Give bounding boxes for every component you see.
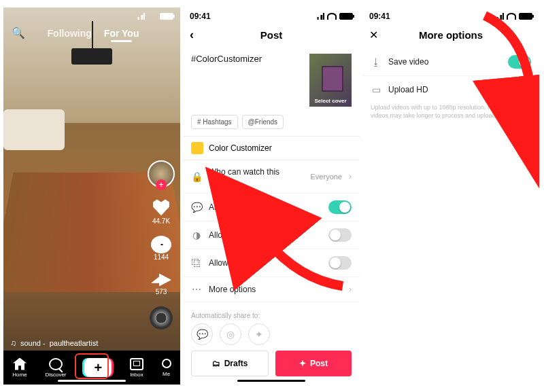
tab-for-you[interactable]: For You xyxy=(104,28,139,39)
heart-icon xyxy=(151,198,171,217)
toggle-upload-hd[interactable] xyxy=(508,83,531,96)
status-bar: 09:41 xyxy=(183,7,360,21)
wifi-icon xyxy=(327,13,337,20)
nav-discover[interactable]: Discover xyxy=(45,358,66,378)
status-bar: 09:41 xyxy=(362,7,539,21)
comment-icon: ··· xyxy=(151,236,171,253)
back-button[interactable]: ‹ xyxy=(190,28,194,42)
row-privacy[interactable]: 🔒 Who can watch this video Everyone › xyxy=(183,160,360,194)
chip-hashtags[interactable]: # Hashtags xyxy=(191,115,238,129)
duet-icon: ◑ xyxy=(191,230,202,240)
lock-icon: 🔒 xyxy=(191,171,202,182)
discover-icon xyxy=(49,358,63,370)
row-allow-duet: ◑ Allow Duet xyxy=(183,221,360,249)
home-indicator xyxy=(58,380,126,382)
post-button[interactable]: ✦Post xyxy=(275,351,352,376)
download-icon: ⭳ xyxy=(371,56,381,67)
row-save-video: ⭳ Save video xyxy=(362,48,539,76)
home-indicator xyxy=(237,380,305,382)
wifi-icon xyxy=(507,13,516,20)
chevron-right-icon: › xyxy=(349,285,352,294)
sound-attribution[interactable]: ♫ sound - paultheatlartist xyxy=(10,338,98,348)
toggle-allow-stitch[interactable] xyxy=(328,256,352,270)
tab-following[interactable]: Following xyxy=(48,28,92,39)
share-instagram[interactable]: ◎ xyxy=(220,323,241,345)
sound-disc[interactable] xyxy=(150,306,173,329)
share-other[interactable]: ✦ xyxy=(248,323,270,345)
sound-author: paultheatlartist xyxy=(50,339,99,347)
caption-input[interactable]: #ColorCustomizer xyxy=(191,54,303,107)
close-button[interactable]: ✕ xyxy=(369,29,378,41)
battery-icon xyxy=(160,13,173,20)
battery-icon xyxy=(519,13,532,20)
chip-friends[interactable]: @Friends xyxy=(242,115,284,129)
toggle-save-video[interactable] xyxy=(508,55,531,69)
page-title: Post xyxy=(260,29,283,41)
nav-create[interactable]: + xyxy=(84,358,112,377)
plus-icon: + xyxy=(84,358,112,377)
battery-icon xyxy=(339,13,353,20)
like-button[interactable]: 44.7K xyxy=(151,198,171,225)
post-screen: 09:41 ‹ Post #ColorCustomizer Select cov… xyxy=(183,7,360,385)
row-more-options[interactable]: ⋯ More options › xyxy=(183,277,360,302)
post-icon: ✦ xyxy=(299,359,306,368)
row-upload-hd: ▭ Upload HD xyxy=(362,76,539,103)
drafts-icon: 🗂 xyxy=(212,359,220,368)
more-options-screen: 09:41 ✕ More options ⭳ Save video ▭ Uplo… xyxy=(362,7,539,385)
more-icon: ⋯ xyxy=(191,284,202,295)
status-time: 09:41 xyxy=(369,12,390,21)
toggle-allow-comments[interactable] xyxy=(328,200,352,214)
profile-icon xyxy=(162,359,171,368)
row-allow-stitch: ⿻ Allow Stitch xyxy=(183,249,360,277)
drafts-button[interactable]: 🗂Drafts xyxy=(191,351,269,376)
nav-inbox[interactable]: Inbox xyxy=(130,358,143,378)
privacy-value: Everyone xyxy=(311,173,342,181)
home-icon xyxy=(13,358,27,370)
upload-hd-description: Upload videos with up to 1080p resolutio… xyxy=(362,103,539,126)
feed-screen: 09:41 🔍 Following For You 44.7K ··· 1144 xyxy=(3,7,180,385)
row-allow-comments: 💬 Allow comments xyxy=(183,194,360,221)
inbox-icon xyxy=(130,358,143,370)
stitch-icon: ⿻ xyxy=(191,257,202,268)
share-count: 573 xyxy=(151,288,171,296)
chevron-right-icon: › xyxy=(349,172,352,181)
signal-icon xyxy=(494,13,504,20)
effect-row[interactable]: Color Customizer xyxy=(183,136,360,160)
share-button[interactable]: 573 xyxy=(151,272,171,296)
toggle-allow-duet[interactable] xyxy=(328,228,352,242)
share-label: Automatically share to: xyxy=(183,302,360,323)
page-title: More options xyxy=(419,29,483,41)
select-cover[interactable]: Select cover xyxy=(309,54,352,107)
nav-me[interactable]: Me xyxy=(162,359,171,377)
cover-label: Select cover xyxy=(314,98,346,104)
status-time: 09:41 xyxy=(190,12,211,21)
like-count: 44.7K xyxy=(151,217,171,225)
comment-icon: 💬 xyxy=(191,202,202,213)
comment-count: 1144 xyxy=(151,253,171,261)
nav-home[interactable]: Home xyxy=(12,358,27,378)
effect-icon xyxy=(191,142,203,154)
share-message[interactable]: 💬 xyxy=(191,323,213,345)
sound-prefix: sound - xyxy=(20,339,46,347)
comment-button[interactable]: ··· 1144 xyxy=(151,236,171,261)
signal-icon xyxy=(315,13,324,20)
music-note-icon: ♫ xyxy=(10,338,16,348)
share-icon xyxy=(151,272,171,288)
effect-name: Color Customizer xyxy=(209,143,272,153)
author-avatar[interactable] xyxy=(148,160,175,188)
search-icon[interactable]: 🔍 xyxy=(12,26,25,39)
hd-icon: ▭ xyxy=(371,84,381,95)
